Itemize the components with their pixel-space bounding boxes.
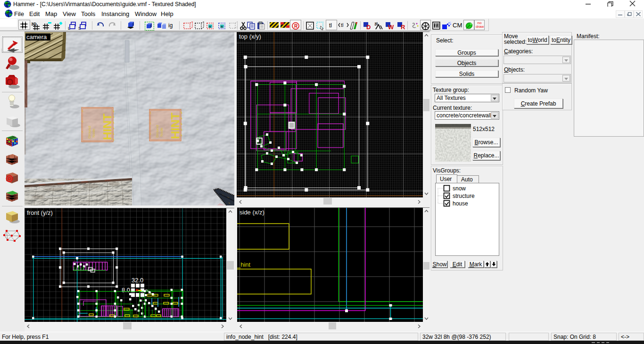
svg-text:_hint: _hint [237,261,251,268]
svg-text:R: R [294,24,298,29]
svg-text:camera: camera [26,33,47,41]
svg-text:Node: Node [91,128,96,138]
svg-text:8.0: 8.0 [122,287,130,294]
svg-text:32.0: 32.0 [132,277,143,284]
svg-text:HINT: HINT [169,113,182,139]
svg-text:a: a [209,25,211,29]
svg-text:Ground: Ground [87,126,91,139]
svg-text:side (x/z): side (x/z) [239,209,264,216]
svg-text:house: house [453,200,468,207]
svg-text:structure: structure [453,193,475,199]
svg-text:3D: 3D [31,22,37,26]
svg-text:front (y/z): front (y/z) [27,209,53,216]
svg-text:top (x/y): top (x/y) [239,33,261,40]
svg-text:R: R [401,24,405,30]
svg-text:W: W [388,24,394,30]
svg-text:snow: snow [453,185,466,192]
svg-text:Ground: Ground [155,125,159,138]
svg-text:a: a [221,25,223,29]
svg-text:Node: Node [159,127,164,137]
svg-text:HINT: HINT [101,114,114,140]
svg-text:D: D [366,24,371,30]
svg-text:tl: tl [341,22,344,28]
